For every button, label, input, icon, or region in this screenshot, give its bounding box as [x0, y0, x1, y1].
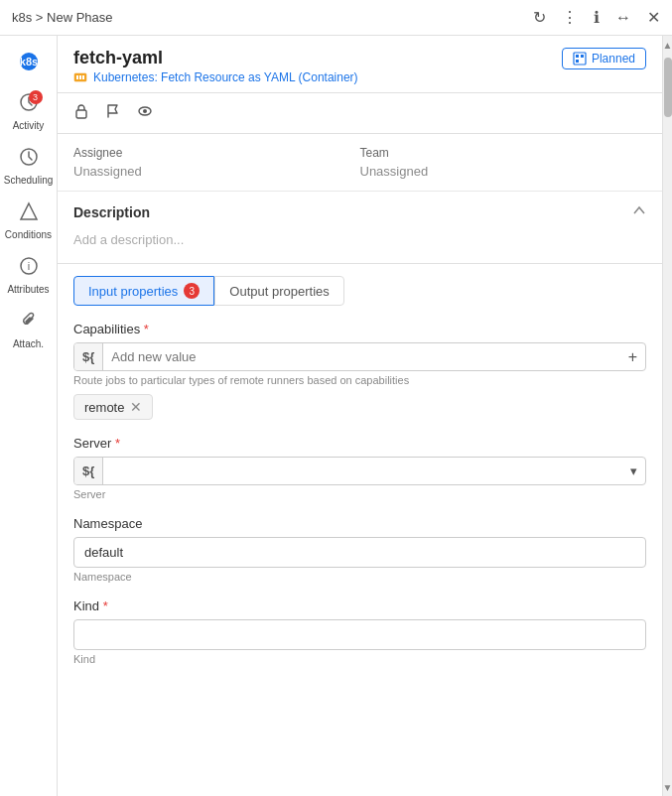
refresh-icon[interactable]: ↻	[533, 8, 546, 27]
content-body[interactable]: Assignee Unassigned Team Unassigned Desc…	[58, 134, 662, 796]
tag-remove-button[interactable]: ✕	[130, 399, 142, 415]
capabilities-input[interactable]	[103, 343, 619, 370]
overview-icon: k8s	[19, 52, 39, 76]
server-select[interactable]	[103, 458, 622, 484]
activity-badge: 3	[29, 90, 43, 104]
scroll-down-button[interactable]: ▼	[663, 778, 672, 796]
sidebar-item-label: Attach.	[13, 338, 44, 349]
sidebar-item-label: Conditions	[5, 229, 52, 240]
tab-output-label: Output properties	[229, 284, 329, 299]
attach-icon	[19, 311, 39, 335]
properties-tabs: Input properties 3 Output properties	[73, 276, 646, 306]
svg-rect-13	[581, 55, 584, 58]
scroll-thumb-area	[663, 54, 672, 778]
sidebar-item-label: Attributes	[7, 284, 49, 295]
capabilities-help: Route jobs to particular types of remote…	[73, 374, 646, 386]
lock-icon[interactable]	[73, 103, 89, 123]
conditions-icon	[19, 201, 39, 226]
svg-rect-8	[76, 75, 78, 79]
assignee-value: Unassigned	[73, 164, 360, 179]
header-subtitle: Kubernetes: Fetch Resource as YAML (Cont…	[73, 70, 358, 84]
capabilities-input-container: ${ +	[73, 342, 646, 371]
kind-label: Kind *	[73, 598, 646, 613]
server-sublabel: Server	[73, 488, 646, 500]
description-section: Description Add a description...	[58, 192, 662, 264]
scheduling-icon	[19, 147, 39, 172]
page-title: fetch-yaml	[73, 48, 358, 68]
server-select-container: ${ ▾	[73, 457, 646, 485]
info-icon[interactable]: ℹ	[594, 8, 600, 27]
kind-sublabel: Kind	[73, 653, 646, 665]
sidebar-item-activity[interactable]: 3 Activity	[0, 84, 57, 139]
title-bar-actions: ↻ ⋮ ℹ ↔ ✕	[533, 8, 660, 27]
sidebar-item-label: Scheduling	[4, 175, 53, 186]
assignee-team-row: Assignee Unassigned Team Unassigned	[58, 134, 662, 192]
properties-section: Input properties 3 Output properties Cap…	[58, 264, 662, 693]
capabilities-tag-remote: remote ✕	[73, 394, 153, 420]
planned-icon	[573, 52, 587, 66]
sidebar-item-scheduling[interactable]: Scheduling	[0, 139, 57, 194]
icon-toolbar	[58, 93, 662, 134]
tab-output-properties[interactable]: Output properties	[214, 276, 343, 306]
capabilities-prefix: ${	[74, 343, 103, 370]
assignee-label: Assignee	[73, 146, 360, 160]
tab-input-properties[interactable]: Input properties 3	[73, 276, 214, 306]
scroll-up-button[interactable]: ▲	[663, 36, 672, 54]
server-prefix: ${	[74, 458, 103, 484]
svg-rect-9	[79, 75, 81, 79]
server-label: Server *	[73, 436, 646, 451]
content-header: fetch-yaml Kubernetes: Fetch Resource as…	[58, 36, 662, 93]
scrollbar[interactable]: ▲ ▼	[662, 36, 672, 796]
svg-marker-4	[21, 203, 37, 219]
kind-group: Kind * Kind	[73, 598, 646, 665]
description-placeholder[interactable]: Add a description...	[73, 228, 646, 251]
svg-rect-11	[574, 53, 586, 65]
sidebar: k8s 3 Activity Scheduling	[0, 36, 58, 796]
attributes-icon: i	[19, 256, 39, 281]
planned-badge[interactable]: Planned	[562, 48, 646, 69]
svg-rect-12	[576, 55, 579, 58]
namespace-sublabel: Namespace	[73, 571, 646, 583]
tab-input-badge: 3	[184, 283, 200, 299]
expand-icon[interactable]: ↔	[615, 9, 631, 27]
flag-icon[interactable]	[105, 103, 121, 123]
namespace-label: Namespace	[73, 516, 646, 531]
server-group: Server * ${ ▾ Server	[73, 436, 646, 500]
title-bar: k8s > New Phase ↻ ⋮ ℹ ↔ ✕	[0, 0, 672, 36]
capabilities-label: Capabilities *	[73, 322, 646, 336]
namespace-input[interactable]	[73, 537, 646, 568]
description-collapse-icon[interactable]	[632, 203, 646, 220]
sidebar-item-overview[interactable]: k8s	[0, 44, 57, 84]
kubernetes-icon	[73, 70, 87, 84]
team-value: Unassigned	[360, 164, 647, 179]
kind-input[interactable]	[73, 619, 646, 650]
svg-text:k8s: k8s	[19, 56, 37, 67]
assignee-col: Assignee Unassigned	[73, 146, 360, 179]
description-header: Description	[73, 203, 646, 220]
namespace-group: Namespace Namespace	[73, 516, 646, 583]
chevron-down-icon: ▾	[622, 458, 645, 484]
eye-icon[interactable]	[137, 103, 153, 123]
sidebar-item-attach[interactable]: Attach.	[0, 303, 57, 357]
breadcrumb: k8s > New Phase	[12, 10, 113, 25]
scroll-thumb[interactable]	[664, 58, 672, 117]
sidebar-item-conditions[interactable]: Conditions	[0, 194, 57, 248]
tag-label: remote	[84, 400, 124, 415]
svg-point-17	[143, 109, 147, 113]
tab-input-label: Input properties	[88, 284, 178, 299]
sidebar-item-attributes[interactable]: i Attributes	[0, 248, 57, 303]
capabilities-add-button[interactable]: +	[620, 343, 645, 370]
capabilities-group: Capabilities * ${ + Route jobs to partic…	[73, 322, 646, 420]
svg-rect-14	[576, 60, 579, 63]
planned-label: Planned	[592, 52, 635, 66]
svg-rect-15	[76, 110, 86, 118]
subtitle-text: Kubernetes: Fetch Resource as YAML (Cont…	[93, 70, 358, 84]
sidebar-item-label: Activity	[13, 120, 45, 131]
activity-icon: 3	[19, 92, 39, 117]
more-icon[interactable]: ⋮	[562, 8, 578, 27]
close-icon[interactable]: ✕	[647, 8, 660, 27]
svg-rect-10	[82, 75, 84, 79]
svg-text:i: i	[27, 260, 29, 272]
content-area: fetch-yaml Kubernetes: Fetch Resource as…	[58, 36, 662, 796]
header-info: fetch-yaml Kubernetes: Fetch Resource as…	[73, 48, 358, 84]
